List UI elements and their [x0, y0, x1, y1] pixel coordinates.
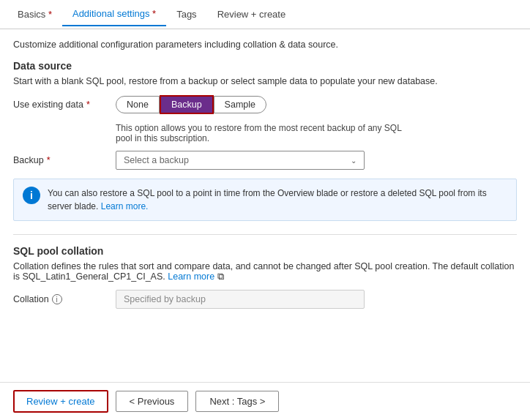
bottom-bar: Review + create < Previous Next : Tags > [0, 382, 530, 420]
option-none[interactable]: None [116, 96, 160, 113]
info-box: i You can also restore a SQL pool to a p… [13, 179, 517, 221]
use-existing-radio-group: None Backup Sample [116, 95, 266, 114]
tab-additional-settings[interactable]: Additional settings * [62, 2, 166, 26]
main-content: Customize additional configuration param… [0, 29, 530, 382]
use-existing-data-row: Use existing data * None Backup Sample [13, 95, 517, 114]
backup-dropdown[interactable]: Select a backup ⌄ [116, 151, 365, 170]
tab-bar: Basics * Additional settings * Tags Revi… [0, 0, 530, 29]
info-text: You can also restore a SQL pool to a poi… [48, 187, 507, 213]
collation-info-icon[interactable]: i [52, 294, 62, 304]
previous-button[interactable]: < Previous [116, 391, 189, 412]
review-create-button[interactable]: Review + create [13, 390, 108, 413]
option-sample[interactable]: Sample [214, 96, 266, 113]
info-learn-more-link[interactable]: Learn more. [101, 201, 149, 211]
collation-row: Collation i Specified by backup [13, 290, 517, 309]
collation-input[interactable]: Specified by backup [116, 290, 365, 309]
tab-review-create[interactable]: Review + create [207, 3, 296, 26]
collation-label: Collation i [13, 294, 116, 304]
backup-label: Backup * [13, 155, 116, 165]
backup-placeholder: Select a backup [124, 155, 189, 165]
collation-desc: Collation defines the rules that sort an… [13, 261, 517, 282]
tab-tags[interactable]: Tags [166, 3, 206, 26]
collation-learn-more-link[interactable]: Learn more [168, 271, 214, 282]
backup-option-desc: This option allows you to restore from t… [116, 123, 408, 143]
page-description: Customize additional configuration param… [13, 40, 517, 50]
chevron-down-icon: ⌄ [351, 157, 357, 165]
data-source-title: Data source [13, 60, 517, 72]
tab-basics[interactable]: Basics * [7, 3, 62, 26]
option-backup[interactable]: Backup [160, 95, 214, 114]
info-icon: i [23, 187, 40, 204]
data-source-desc: Start with a blank SQL pool, restore fro… [13, 76, 517, 86]
backup-row: Backup * Select a backup ⌄ [13, 151, 517, 170]
collation-title: SQL pool collation [13, 245, 517, 257]
use-existing-label: Use existing data * [13, 100, 116, 110]
divider [13, 234, 517, 235]
next-button[interactable]: Next : Tags > [195, 391, 279, 412]
